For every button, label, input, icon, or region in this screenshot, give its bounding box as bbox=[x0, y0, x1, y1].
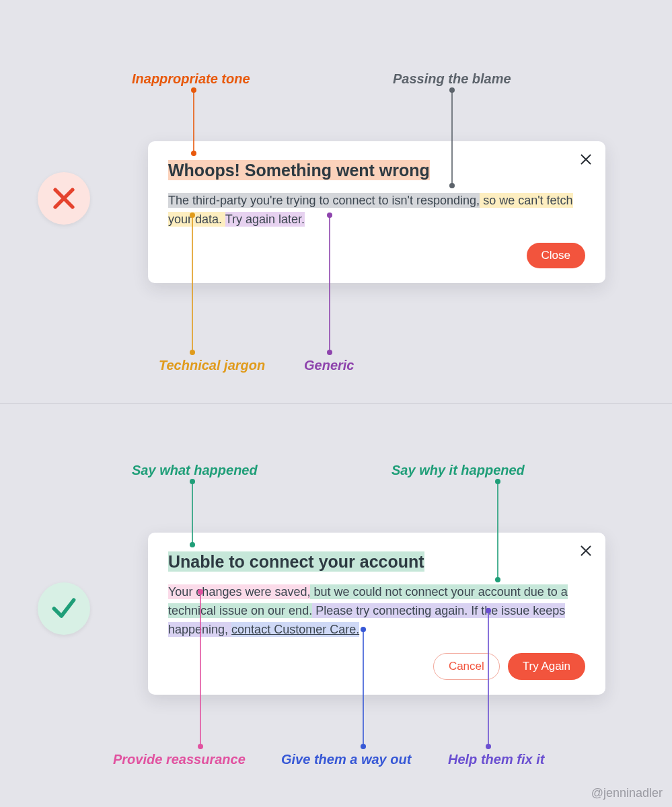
author-credit: @jenninadler bbox=[591, 786, 663, 800]
section-divider bbox=[0, 404, 672, 404]
dialog-title: Unable to connect your account bbox=[168, 551, 424, 572]
close-button[interactable]: Close bbox=[527, 243, 585, 268]
anno-way-out: Give them a way out bbox=[281, 752, 411, 767]
dialog-body: The third-party you're trying to connect… bbox=[168, 192, 585, 229]
svg-point-26 bbox=[486, 744, 491, 749]
generic-text: Try again later. bbox=[225, 212, 305, 227]
wayout-link[interactable]: contact Customer Care. bbox=[231, 622, 359, 637]
anno-say-what: Say what happened bbox=[132, 463, 258, 478]
svg-point-23 bbox=[361, 744, 366, 749]
svg-point-1 bbox=[191, 87, 196, 93]
x-icon bbox=[49, 184, 79, 213]
close-icon[interactable] bbox=[578, 543, 593, 558]
svg-point-16 bbox=[495, 479, 500, 484]
blame-text: The third-party you're trying to connect… bbox=[168, 193, 480, 208]
svg-point-13 bbox=[190, 479, 195, 484]
anno-technical-jargon: Technical jargon bbox=[159, 358, 265, 373]
anno-reassurance: Provide reassurance bbox=[113, 752, 246, 767]
svg-point-8 bbox=[190, 350, 195, 355]
anno-passing-blame: Passing the blame bbox=[393, 71, 511, 87]
try-again-button[interactable]: Try Again bbox=[508, 653, 585, 680]
anno-say-why: Say why it happened bbox=[391, 463, 525, 478]
cancel-button[interactable]: Cancel bbox=[433, 653, 500, 680]
anno-generic: Generic bbox=[304, 358, 354, 373]
anno-fix-it: Help them fix it bbox=[448, 752, 544, 767]
svg-point-4 bbox=[449, 87, 455, 93]
check-icon bbox=[49, 594, 79, 623]
svg-point-20 bbox=[198, 744, 203, 749]
bad-example-badge bbox=[38, 172, 90, 225]
good-example-badge bbox=[38, 582, 90, 635]
anno-inappropriate-tone: Inappropriate tone bbox=[132, 71, 250, 87]
reassure-text: Your changes were saved, bbox=[168, 584, 310, 599]
dialog-body: Your changes were saved, but we could no… bbox=[168, 583, 585, 640]
dialog-title: Whoops! Something went wrong bbox=[168, 160, 430, 180]
close-icon[interactable] bbox=[578, 152, 593, 167]
good-example-dialog: Unable to connect your account Your chan… bbox=[148, 533, 605, 695]
bad-example-dialog: Whoops! Something went wrong The third-p… bbox=[148, 141, 605, 283]
svg-point-11 bbox=[327, 350, 332, 355]
